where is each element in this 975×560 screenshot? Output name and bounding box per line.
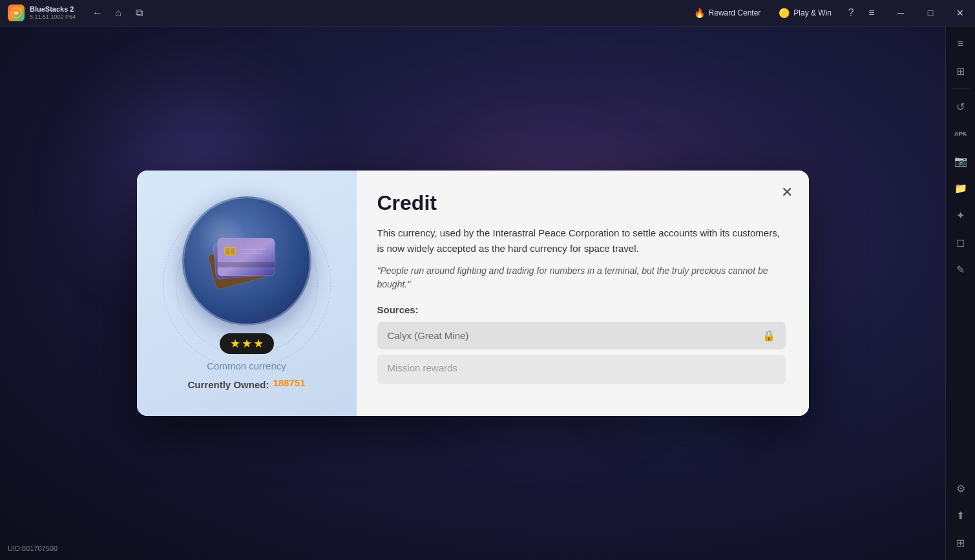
minimize-button[interactable]: ─ xyxy=(886,0,916,26)
sidebar-rotate-btn[interactable]: ↺ xyxy=(949,94,973,119)
star-1: ★ xyxy=(230,337,240,351)
star-rating: ★ ★ ★ xyxy=(220,333,274,354)
app-name: BlueStacks 2 5.11.51.1002 P64 xyxy=(30,5,76,21)
sidebar-edit-btn[interactable]: ✎ xyxy=(949,257,973,282)
dialog-title: Credit xyxy=(377,191,788,215)
home-button[interactable]: ⌂ xyxy=(109,4,127,22)
menu-button[interactable]: ≡ xyxy=(863,4,881,22)
sidebar-screenshot-btn[interactable]: 📷 xyxy=(949,149,973,173)
reward-center-icon: 🔥 xyxy=(694,8,705,18)
source-item-calyx[interactable]: Calyx (Great Mine) 🔒 xyxy=(377,322,786,349)
dialog-right-panel: Credit This currency, used by the Intera… xyxy=(357,171,809,416)
multi-button[interactable]: ⧉ xyxy=(130,4,148,22)
maximize-button[interactable]: □ xyxy=(916,0,945,26)
help-button[interactable]: ? xyxy=(842,4,860,22)
app-logo: BlueStacks 2 5.11.51.1002 P64 xyxy=(0,5,83,21)
play-win-button[interactable]: 🟡 Play & Win xyxy=(771,5,839,21)
lock-icon: 🔒 xyxy=(762,329,775,342)
titlebar-actions: 🔥 Reward Center 🟡 Play & Win ? ≡ xyxy=(681,4,886,22)
svg-rect-5 xyxy=(225,248,229,254)
dialog-quote: "People run around fighting and trading … xyxy=(377,264,788,291)
dialog: ★ ★ ★ Common currency Currently Owned: 1… xyxy=(137,171,809,416)
star-3: ★ xyxy=(253,337,264,351)
right-sidebar: ≡ ⊞ ↺ APK 📷 📁 ✦ ◻ ✎ ⚙ ⬆ ⊞ xyxy=(945,26,975,560)
dialog-left-panel: ★ ★ ★ Common currency Currently Owned: 1… xyxy=(137,171,357,416)
sources-label: Sources: xyxy=(377,304,788,315)
sources-list[interactable]: Calyx (Great Mine) 🔒 Mission rewards xyxy=(377,322,788,416)
dialog-description: This currency, used by the Interastral P… xyxy=(377,225,788,256)
sidebar-settings-btn[interactable]: ⚙ xyxy=(949,476,973,501)
owned-value: 188751 xyxy=(273,377,305,388)
owned-label: Currently Owned: xyxy=(188,379,269,390)
play-win-icon: 🟡 xyxy=(779,8,790,18)
star-2: ★ xyxy=(242,337,252,351)
svg-rect-9 xyxy=(218,262,275,267)
sidebar-window-btn[interactable]: ◻ xyxy=(949,230,973,254)
sidebar-special-btn[interactable]: ✦ xyxy=(949,203,973,227)
titlebar-nav: ← ⌂ ⧉ xyxy=(83,4,153,22)
sidebar-upload-btn[interactable]: ⬆ xyxy=(949,503,973,528)
source-item-mission[interactable]: Mission rewards xyxy=(377,355,786,384)
sidebar-apk-btn[interactable]: APK xyxy=(949,121,973,146)
sidebar-grid-btn[interactable]: ⊞ xyxy=(949,59,973,83)
sidebar-grid2-btn[interactable]: ⊞ xyxy=(949,530,973,555)
sidebar-divider-1 xyxy=(952,88,970,89)
svg-rect-3 xyxy=(218,238,275,276)
item-icon-circle xyxy=(182,196,311,326)
titlebar: BlueStacks 2 5.11.51.1002 P64 ← ⌂ ⧉ 🔥 Re… xyxy=(0,0,975,26)
window-controls: ─ □ ✕ xyxy=(886,0,975,26)
svg-rect-6 xyxy=(231,248,235,254)
close-button[interactable]: ✕ xyxy=(945,0,975,26)
sidebar-menu-btn[interactable]: ≡ xyxy=(949,32,973,56)
source-mission-label: Mission rewards xyxy=(388,362,457,373)
dialog-close-button[interactable]: ✕ xyxy=(775,181,799,204)
reward-center-button[interactable]: 🔥 Reward Center xyxy=(686,5,769,21)
credit-cards-icon xyxy=(205,229,289,293)
modal-overlay: ★ ★ ★ Common currency Currently Owned: 1… xyxy=(0,26,945,560)
source-calyx-label: Calyx (Great Mine) xyxy=(388,330,469,341)
back-button[interactable]: ← xyxy=(89,4,107,22)
logo-icon xyxy=(8,5,25,21)
sidebar-folder-btn[interactable]: 📁 xyxy=(949,176,973,200)
svg-rect-4 xyxy=(224,247,236,256)
owned-row: Currently Owned: 188751 xyxy=(188,375,306,390)
close-icon: ✕ xyxy=(781,184,793,201)
